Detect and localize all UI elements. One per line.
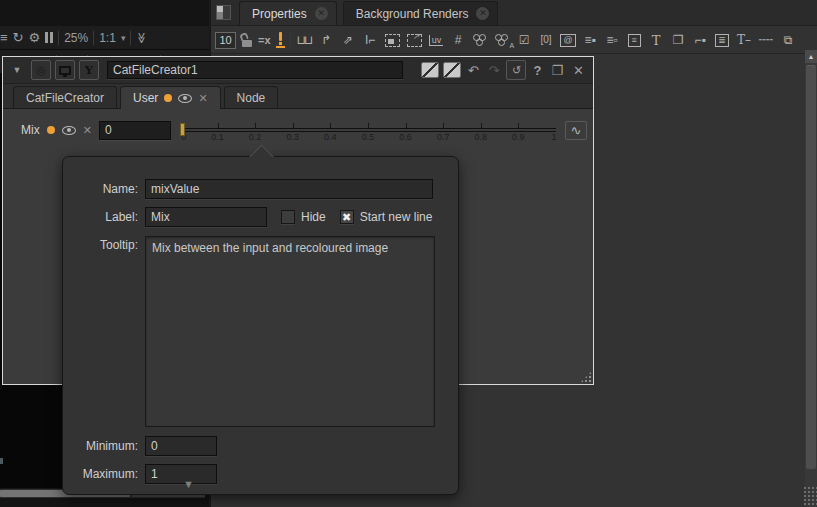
minimum-row: Minimum: bbox=[63, 436, 458, 456]
eye-icon[interactable] bbox=[178, 94, 192, 103]
zoom-level-value[interactable]: 25% bbox=[64, 31, 88, 45]
remove-knob-icon[interactable]: ✕ bbox=[83, 124, 92, 137]
animation-curve-button[interactable]: ∿ bbox=[565, 121, 587, 140]
rgb-color-knob-icon[interactable] bbox=[472, 31, 489, 49]
float-panel-button[interactable]: ❐ bbox=[548, 63, 566, 78]
pulldown-knob-icon[interactable]: ≡▪ bbox=[582, 31, 599, 49]
name-field[interactable] bbox=[145, 179, 433, 199]
mix-slider[interactable]: 0 0.1 0.2 0.3 0.4 0.5 0.6 0.7 0.8 0.9 1 bbox=[180, 119, 556, 141]
tab-catfilecreator[interactable]: CatFileCreator bbox=[13, 86, 117, 108]
pause-icon[interactable] bbox=[45, 32, 53, 43]
application-window: ≡ ↻ ⚙ 25% 1:1 ▾ ≫ ▾ ✥ ▾ 2D ▾ ✎ ≫ bbox=[0, 0, 817, 507]
refresh-icon[interactable]: ↻ bbox=[13, 31, 24, 44]
chevron-down-icon[interactable]: ▾ bbox=[121, 33, 126, 43]
mix-value-input[interactable] bbox=[99, 121, 171, 140]
close-icon[interactable]: ✕ bbox=[315, 7, 328, 20]
tooltip-field[interactable]: Mix between the input and recoloured ima… bbox=[145, 236, 435, 427]
array-knob-icon[interactable]: [0] bbox=[538, 31, 555, 49]
file-knob-icon[interactable]: ❐ bbox=[670, 31, 687, 49]
tab-label: CatFileCreator bbox=[26, 91, 104, 105]
tab-node[interactable]: Node bbox=[224, 86, 279, 108]
redo-button[interactable]: ↷ bbox=[486, 63, 503, 78]
node-name-input[interactable] bbox=[107, 61, 403, 79]
scroll-up-button[interactable]: ▲ bbox=[805, 50, 817, 63]
tooltip-row: Tooltip: Mix between the input and recol… bbox=[63, 236, 458, 427]
slider-tick bbox=[218, 123, 219, 128]
tab-knob-icon[interactable]: ⌐▪ bbox=[692, 31, 709, 49]
tab-background-renders[interactable]: Background Renders ✕ bbox=[343, 1, 499, 25]
viewer-edge-widget bbox=[0, 458, 3, 464]
aspect-ratio-value[interactable]: 1:1 bbox=[99, 31, 116, 45]
center-node-button[interactable]: ◎ bbox=[31, 60, 51, 80]
hide-checkbox[interactable] bbox=[281, 210, 295, 224]
scroll-more-icon[interactable]: ▼ bbox=[183, 478, 194, 490]
static-label-knob-icon[interactable]: T– bbox=[736, 31, 753, 49]
window-resize-grip[interactable] bbox=[803, 486, 817, 507]
lock-icon[interactable] bbox=[241, 33, 253, 47]
slider-handle[interactable] bbox=[180, 123, 185, 136]
xyz-position-knob-icon[interactable]: ⇗ bbox=[340, 31, 357, 49]
node-link-knob-icon[interactable]: ⧉ bbox=[780, 31, 797, 49]
gear-icon[interactable]: ⚙ bbox=[29, 31, 41, 44]
minimum-field[interactable] bbox=[145, 436, 217, 456]
close-panel-button[interactable]: ✕ bbox=[570, 63, 587, 78]
remove-tab-icon[interactable]: ✕ bbox=[198, 92, 207, 105]
minimum-label: Minimum: bbox=[63, 439, 145, 453]
node-color-swatch-button[interactable] bbox=[421, 62, 439, 78]
slider-tick bbox=[518, 123, 519, 128]
scrollbar-thumb[interactable] bbox=[806, 65, 816, 469]
tooltip-label: Tooltip: bbox=[63, 236, 145, 252]
panel-resize-grip[interactable] bbox=[580, 371, 592, 383]
edit-knob-dialog: Name: Label: Hide ✖ Start new line Toolt… bbox=[62, 156, 459, 495]
expression-icon[interactable]: =x bbox=[258, 34, 271, 46]
slider-tick bbox=[330, 123, 331, 128]
xy-position-knob-icon[interactable]: ↱ bbox=[318, 31, 335, 49]
modified-dot-icon bbox=[164, 94, 172, 102]
slider-tick-label: 1 bbox=[552, 132, 557, 142]
tab-user[interactable]: User ✕ bbox=[120, 86, 221, 109]
toolbar-divider bbox=[93, 31, 94, 45]
eye-icon[interactable] bbox=[62, 126, 76, 135]
help-button[interactable]: ? bbox=[530, 63, 544, 78]
indicator-icon[interactable] bbox=[276, 32, 285, 48]
multiline-text-knob-icon[interactable]: ≡ bbox=[626, 31, 643, 49]
start-new-line-checkbox[interactable]: ✖ bbox=[340, 210, 354, 224]
slider-tick bbox=[481, 123, 482, 128]
wh-knob-icon[interactable]: I⌐ bbox=[362, 31, 379, 49]
integer-knob-icon[interactable]: # bbox=[450, 31, 467, 49]
tab-label: Background Renders bbox=[356, 7, 469, 21]
label-field[interactable] bbox=[145, 207, 267, 227]
weblink-knob-icon[interactable]: @ bbox=[560, 31, 577, 49]
slider-tick bbox=[368, 123, 369, 128]
modified-dot-icon bbox=[47, 126, 55, 134]
properties-vertical-scrollbar: ▲ bbox=[805, 50, 817, 507]
collapse-chevrons-icon[interactable]: ≫ bbox=[135, 32, 148, 43]
uv-knob-icon[interactable]: uv bbox=[428, 31, 445, 49]
format-knob-icon[interactable]: ↗ bbox=[406, 31, 423, 49]
bbox-knob-icon[interactable] bbox=[384, 31, 401, 49]
stack-icon[interactable]: ≡ bbox=[0, 31, 8, 44]
toolbar-divider bbox=[130, 31, 131, 45]
name-label: Name: bbox=[63, 182, 145, 196]
slider-tick-label: 0.4 bbox=[324, 132, 337, 142]
float-slider-knob-icon[interactable]: ⊔⊔ bbox=[296, 31, 313, 49]
enumeration-knob-icon[interactable]: ≡▫ bbox=[604, 31, 621, 49]
rgba-color-knob-icon[interactable]: A bbox=[494, 31, 511, 49]
tab-properties[interactable]: Properties ✕ bbox=[239, 1, 337, 25]
gl-color-swatch-button[interactable] bbox=[443, 62, 461, 78]
checkbox-knob-icon[interactable]: ☑ bbox=[516, 31, 533, 49]
maximum-field[interactable] bbox=[145, 464, 217, 484]
pane-layout-icon[interactable] bbox=[216, 5, 231, 20]
monitor-button[interactable] bbox=[55, 60, 75, 80]
text-input-knob-icon[interactable]: T bbox=[648, 31, 665, 49]
divider-knob-icon[interactable]: ╌╌ bbox=[758, 31, 775, 49]
maximum-row: Maximum: bbox=[63, 464, 458, 484]
close-icon[interactable]: ✕ bbox=[476, 7, 489, 20]
revert-button[interactable]: ↺ bbox=[506, 60, 526, 80]
collapse-panel-button[interactable]: ▼ bbox=[7, 60, 27, 80]
undo-button[interactable]: ↶ bbox=[465, 63, 482, 78]
menu-knob-icon[interactable]: ≣ bbox=[714, 31, 731, 49]
max-panels-input[interactable] bbox=[215, 32, 236, 49]
start-new-line-label: Start new line bbox=[360, 210, 433, 224]
settings-wrench-button[interactable]: Y bbox=[79, 60, 99, 80]
